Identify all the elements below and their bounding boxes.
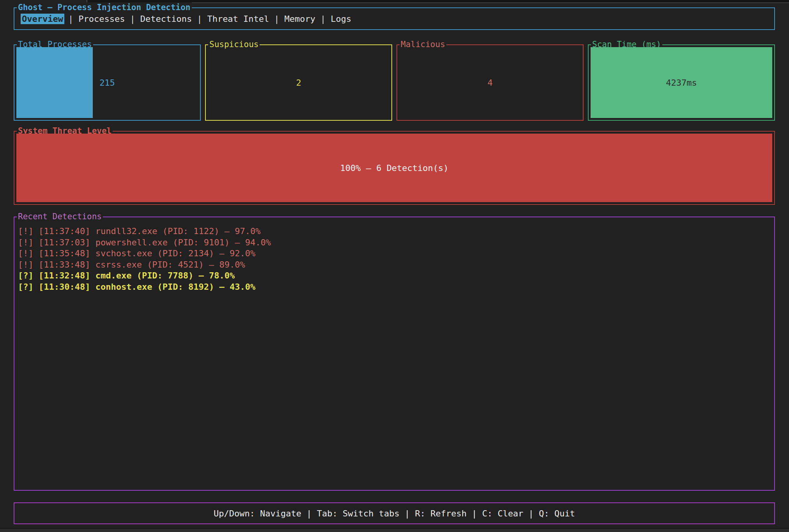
stat-value: 4237ms xyxy=(591,47,772,118)
threat-level-label: 100% – 6 Detection(s) xyxy=(16,134,772,202)
tab-overview[interactable]: Overview xyxy=(21,14,64,24)
tab-logs[interactable]: Logs xyxy=(329,14,352,24)
detection-row[interactable]: [!] [11:37:03] powershell.exe (PID: 9101… xyxy=(18,237,771,248)
tab-separator: | xyxy=(270,14,283,24)
stat-total-processes: Total Processes 215 xyxy=(14,44,201,121)
stat-value: 4 xyxy=(399,47,581,118)
tab-separator: | xyxy=(64,14,77,24)
window-edge-artifact xyxy=(87,0,789,3)
scan-time-gauge: 4237ms xyxy=(591,47,772,118)
stats-row: Total Processes 215 Suspicious 2 Malicio… xyxy=(14,44,775,121)
tab-separator: | xyxy=(193,14,206,24)
suspicious-gauge: 2 xyxy=(208,47,389,118)
stat-malicious: Malicious 4 xyxy=(396,44,584,121)
detection-row[interactable]: [!] [11:33:48] csrss.exe (PID: 4521) – 8… xyxy=(18,259,771,271)
threat-level-gauge: 100% – 6 Detection(s) xyxy=(16,134,772,202)
stat-scan-time: Scan Time (ms) 4237ms xyxy=(588,44,775,121)
tab-separator: | xyxy=(317,14,329,24)
threat-level-panel: System Threat Level 100% – 6 Detection(s… xyxy=(14,131,775,205)
malicious-gauge: 4 xyxy=(399,47,581,118)
recent-detections-title: Recent Detections xyxy=(17,211,103,222)
tab-row: Overview | Processes | Detections | Thre… xyxy=(21,8,352,29)
detection-row[interactable]: [!] [11:35:48] svchost.exe (PID: 2134) –… xyxy=(18,248,771,259)
detections-list: [!] [11:37:40] rundll32.exe (PID: 1122) … xyxy=(18,226,771,292)
recent-detections-panel: Recent Detections [!] [11:37:40] rundll3… xyxy=(14,217,775,491)
total-processes-gauge: 215 xyxy=(16,47,198,118)
tab-processes[interactable]: Processes xyxy=(77,14,126,24)
tab-separator: | xyxy=(126,14,139,24)
detection-row[interactable]: [?] [11:32:48] cmd.exe (PID: 7788) – 78.… xyxy=(18,270,771,282)
stat-value: 2 xyxy=(208,47,389,118)
tab-threat-intel[interactable]: Threat Intel xyxy=(206,14,270,24)
detection-row[interactable]: [!] [11:37:40] rundll32.exe (PID: 1122) … xyxy=(18,226,771,237)
tab-bar-panel: Ghost – Process Injection Detection Over… xyxy=(14,7,775,30)
bottom-window-edge xyxy=(0,528,789,532)
tab-memory[interactable]: Memory xyxy=(283,14,317,24)
help-text: Up/Down: Navigate | Tab: Switch tabs | R… xyxy=(214,509,575,518)
detection-row[interactable]: [?] [11:30:48] conhost.exe (PID: 8192) –… xyxy=(18,282,771,293)
terminal-screen: Ghost – Process Injection Detection Over… xyxy=(0,0,789,532)
stat-suspicious: Suspicious 2 xyxy=(205,44,392,121)
help-bar: Up/Down: Navigate | Tab: Switch tabs | R… xyxy=(14,502,775,524)
tab-detections[interactable]: Detections xyxy=(139,14,193,24)
stat-value: 215 xyxy=(16,47,198,118)
